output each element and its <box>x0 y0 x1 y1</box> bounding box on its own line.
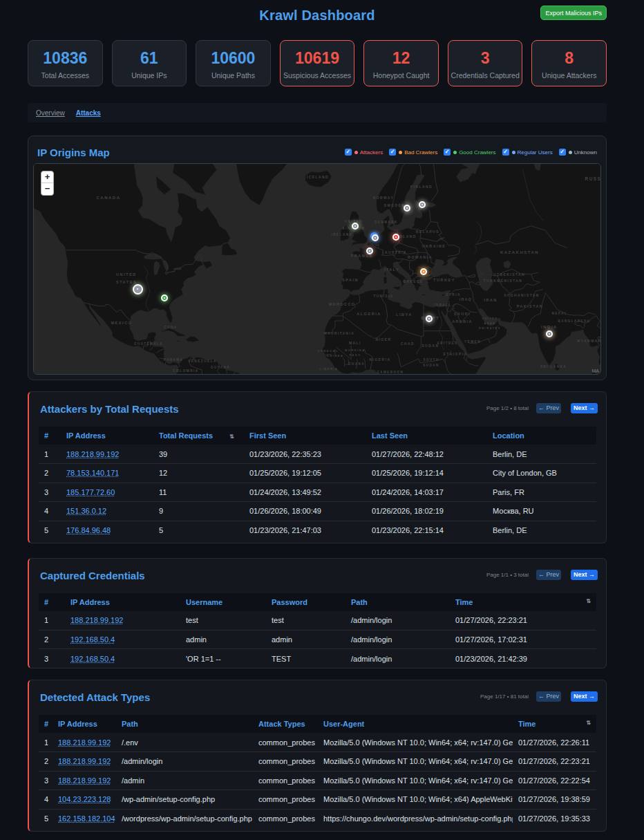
svg-text:GUINEA: GUINEA <box>327 354 344 357</box>
svg-text:NORWAY: NORWAY <box>373 196 394 200</box>
svg-text:KAZAKHSTAN: KAZAKHSTAN <box>500 250 539 254</box>
svg-text:INDIA: INDIA <box>541 325 558 329</box>
svg-text:DENMARK: DENMARK <box>375 221 398 224</box>
svg-text:UNITED: UNITED <box>116 272 137 277</box>
svg-text:STATES: STATES <box>116 280 137 284</box>
svg-text:UNITED: UNITED <box>482 317 498 320</box>
svg-text:ICELAND: ICELAND <box>307 176 329 179</box>
svg-text:TURKMENISTAN: TURKMENISTAN <box>484 279 523 283</box>
svg-text:SUDAN: SUDAN <box>422 344 439 348</box>
svg-text:FRANCE: FRANCE <box>351 254 373 258</box>
svg-text:ARAB: ARAB <box>484 322 496 325</box>
svg-text:MALI: MALI <box>349 342 361 345</box>
svg-text:IRAQ: IRAQ <box>460 298 472 301</box>
svg-text:SWEDEN: SWEDEN <box>384 204 405 207</box>
svg-text:BURKINA: BURKINA <box>345 348 365 352</box>
svg-text:TUNISIA: TUNISIA <box>373 295 393 298</box>
svg-text:SOUTH: SOUTH <box>423 358 439 362</box>
svg-text:YEMEN: YEMEN <box>464 340 481 344</box>
svg-text:CHAD: CHAD <box>401 342 415 346</box>
svg-text:UZBEKISTAN: UZBEKISTAN <box>493 273 525 277</box>
svg-text:ITALY: ITALY <box>384 268 399 272</box>
svg-text:AUSTRIA: AUSTRIA <box>385 251 407 254</box>
svg-text:BANGLADESH: BANGLADESH <box>558 319 591 323</box>
svg-text:MYANMAR: MYANMAR <box>577 339 600 343</box>
svg-text:CUBA: CUBA <box>164 326 178 329</box>
svg-text:ETHIOPIA: ETHIOPIA <box>443 353 467 356</box>
svg-text:MEXICO: MEXICO <box>111 321 132 325</box>
svg-text:ISRAEL: ISRAEL <box>434 304 452 307</box>
svg-text:ARABIA: ARABIA <box>452 319 473 324</box>
svg-text:EMIRATES: EMIRATES <box>479 327 500 330</box>
svg-text:SYRIA: SYRIA <box>446 293 461 297</box>
svg-text:IRAN: IRAN <box>484 298 498 302</box>
svg-text:UKRAINE: UKRAINE <box>422 244 446 248</box>
svg-text:GHANA: GHANA <box>348 362 365 366</box>
svg-text:FINLAND: FINLAND <box>410 185 433 189</box>
svg-text:ROMANIA: ROMANIA <box>408 255 433 259</box>
svg-text:CAMEROON: CAMEROON <box>377 371 404 374</box>
svg-text:PANAMA: PANAMA <box>164 358 183 362</box>
svg-text:FASO: FASO <box>349 353 361 357</box>
svg-text:GUYANA: GUYANA <box>211 366 230 369</box>
svg-text:NIGER: NIGER <box>376 338 392 342</box>
svg-text:LIBERIA: LIBERIA <box>320 367 339 371</box>
svg-text:VENEZUELA: VENEZUELA <box>188 360 217 363</box>
svg-text:MOROCCO: MOROCCO <box>329 302 356 306</box>
svg-text:AFGHANISTAN: AFGHANISTAN <box>504 294 540 297</box>
svg-text:MAURITANIA: MAURITANIA <box>324 332 354 335</box>
svg-text:ALGERIA: ALGERIA <box>357 312 381 316</box>
svg-text:GREECE: GREECE <box>403 280 424 283</box>
svg-text:SRI LANKA: SRI LANKA <box>540 365 567 368</box>
svg-text:CANADA: CANADA <box>97 196 121 200</box>
svg-text:SENEGAL: SENEGAL <box>318 349 339 353</box>
svg-text:NIGERIA: NIGERIA <box>370 358 391 362</box>
svg-text:RUSSIA: RUSSIA <box>585 176 600 181</box>
svg-text:SAUDI: SAUDI <box>454 312 471 316</box>
svg-text:PAKISTAN: PAKISTAN <box>517 304 543 308</box>
svg-text:ERITREA: ERITREA <box>437 342 458 345</box>
svg-text:SPAIN: SPAIN <box>342 278 359 282</box>
svg-text:TURKEY: TURKEY <box>433 278 455 282</box>
svg-text:IRELAND: IRELAND <box>331 233 352 236</box>
svg-text:SUDAN: SUDAN <box>423 364 439 367</box>
svg-text:COLOMBIA: COLOMBIA <box>173 369 199 373</box>
svg-text:LIBYA: LIBYA <box>396 312 413 317</box>
svg-text:BELARUS: BELARUS <box>416 230 439 234</box>
svg-text:GUATEMALA: GUATEMALA <box>134 342 163 346</box>
svg-text:NEPAL: NEPAL <box>552 312 567 315</box>
